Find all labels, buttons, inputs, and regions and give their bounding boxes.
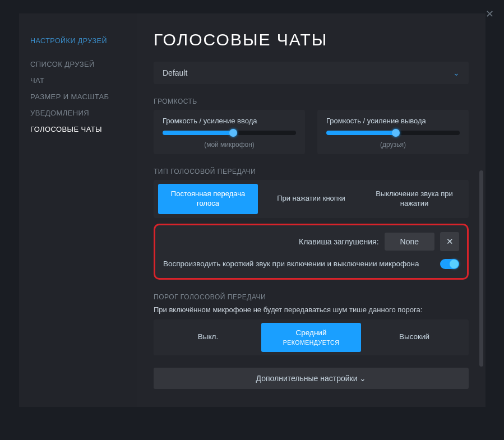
mute-key-button[interactable]: None [385, 233, 434, 251]
settings-window: НАСТРОЙКИ ДРУЗЕЙ СПИСОК ДРУЗЕЙ ЧАТ РАЗМЕ… [19, 13, 485, 407]
threshold-high[interactable]: Высокий [364, 323, 464, 352]
input-volume-slider[interactable] [163, 131, 296, 135]
scrollbar[interactable] [479, 170, 483, 367]
output-volume-label: Громкость / усиление вывода [326, 117, 460, 125]
mute-key-clear-button[interactable]: ✕ [440, 232, 459, 251]
chevron-down-icon: ⌄ [453, 68, 460, 77]
main-panel: ГОЛОСОВЫЕ ЧАТЫ Default ⌄ ГРОМКОСТЬ Громк… [137, 13, 485, 407]
sidebar-title: НАСТРОЙКИ ДРУЗЕЙ [30, 37, 137, 45]
tab-push-to-talk[interactable]: При нажатии кнопки [261, 184, 361, 214]
sidebar-item-chat[interactable]: ЧАТ [30, 72, 137, 89]
threshold-high-label: Высокий [368, 332, 461, 342]
threshold-medium-label: Средний [265, 328, 358, 338]
voice-type-section-label: ТИП ГОЛОСОВОЙ ПЕРЕДАЧИ [154, 168, 469, 175]
advanced-settings-button[interactable]: Дополнительные настройки ⌄ [154, 368, 469, 389]
output-volume-box: Громкость / усиление вывода (друзья) [317, 110, 469, 154]
threshold-medium[interactable]: Средний РЕКОМЕНДУЕТСЯ [261, 323, 361, 352]
sidebar-item-notifications[interactable]: УВЕДОМЛЕНИЯ [30, 105, 137, 121]
chevron-down-icon: ⌄ [359, 374, 366, 383]
tab-push-to-mute[interactable]: Выключение звука при нажатии [364, 184, 464, 214]
mute-settings-box: Клавиша заглушения: None ✕ Воспроизводит… [154, 224, 469, 280]
sound-toggle-label: Воспроизводить короткий звук при включен… [163, 259, 419, 269]
threshold-off[interactable]: Выкл. [158, 323, 258, 352]
sidebar: НАСТРОЙКИ ДРУЗЕЙ СПИСОК ДРУЗЕЙ ЧАТ РАЗМЕ… [19, 13, 137, 407]
volume-section-label: ГРОМКОСТЬ [154, 98, 469, 105]
input-volume-label: Громкость / усиление ввода [163, 117, 296, 125]
threshold-options: Выкл. Средний РЕКОМЕНДУЕТСЯ Высокий [154, 319, 469, 355]
page-title: ГОЛОСОВЫЕ ЧАТЫ [154, 30, 469, 49]
sidebar-item-size-scale[interactable]: РАЗМЕР И МАСШТАБ [30, 89, 137, 105]
threshold-description: При включённом микрофоне не будет переда… [154, 305, 469, 314]
tab-open-mic[interactable]: Постоянная передача голоса [158, 184, 258, 214]
device-selected: Default [163, 68, 187, 77]
output-volume-sub: (друзья) [326, 141, 460, 149]
sidebar-item-voice-chat[interactable]: ГОЛОСОВЫЕ ЧАТЫ [30, 121, 137, 137]
input-volume-box: Громкость / усиление ввода (мой микрофон… [154, 110, 305, 154]
threshold-off-label: Выкл. [161, 332, 255, 342]
mute-key-label: Клавиша заглушения: [299, 237, 379, 246]
device-dropdown[interactable]: Default ⌄ [154, 62, 469, 84]
sound-toggle[interactable] [440, 259, 459, 269]
threshold-section-label: ПОРОГ ГОЛОСОВОЙ ПЕРЕДАЧИ [154, 293, 469, 301]
sidebar-item-friends-list[interactable]: СПИСОК ДРУЗЕЙ [30, 56, 137, 72]
input-volume-sub: (мой микрофон) [163, 141, 296, 149]
close-icon[interactable]: ✕ [485, 8, 494, 20]
advanced-settings-label: Дополнительные настройки [256, 374, 358, 383]
threshold-medium-sub: РЕКОМЕНДУЕТСЯ [265, 339, 358, 346]
output-volume-slider[interactable] [326, 131, 460, 135]
voice-type-tabs: Постоянная передача голоса При нажатии к… [154, 180, 469, 218]
